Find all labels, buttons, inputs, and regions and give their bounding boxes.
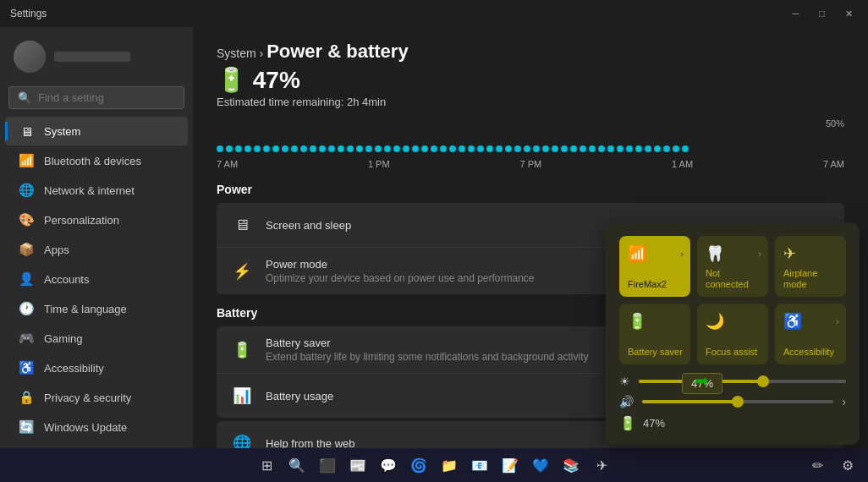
accounts-nav-icon: 👤	[19, 271, 34, 287]
sidebar-item-time[interactable]: 🕐 Time & language	[5, 294, 188, 323]
pen-icon[interactable]: ✏	[804, 452, 831, 479]
volume-arrow-icon[interactable]: ›	[842, 395, 846, 408]
accessibility-icon: ♿	[783, 312, 802, 331]
qs-tile-wifi[interactable]: 📶 › FireMax2	[619, 236, 690, 297]
volume-thumb[interactable]	[732, 396, 744, 408]
skype-button[interactable]: 💙	[527, 452, 554, 479]
widgets-button[interactable]: 📰	[344, 452, 371, 479]
chart-dot	[514, 145, 521, 152]
mail-button[interactable]: 📧	[466, 452, 493, 479]
sidebar-item-bluetooth[interactable]: 📶 Bluetooth & devices	[5, 146, 188, 175]
chart-dot	[272, 145, 279, 152]
sidebar-item-privacy[interactable]: 🔒 Privacy & security	[5, 383, 188, 412]
chart-dot	[393, 145, 400, 152]
battery-percentage-display: 🔋 47%	[217, 66, 844, 94]
search-input[interactable]	[38, 91, 180, 104]
brightness-slider[interactable]	[639, 380, 846, 383]
chart-dot	[217, 145, 223, 152]
qs-tile-accessibility[interactable]: ♿ › Accessibility	[775, 304, 846, 364]
brightness-icon: ☀	[619, 375, 630, 388]
chart-dot	[580, 145, 586, 152]
settings-taskbar-icon[interactable]: ⚙	[834, 452, 861, 479]
sidebar-item-personalization[interactable]: 🎨 Personalization	[5, 205, 188, 234]
volume-slider[interactable]	[642, 400, 833, 403]
battery-icon-large: 🔋	[217, 67, 246, 93]
chart-dot	[235, 145, 242, 152]
quick-settings-popup: 📶 › FireMax2 🦷 › Not connected ✈ Airplan…	[606, 222, 860, 445]
qs-tile-battery-saver-label: Battery saver	[628, 347, 684, 358]
nav-list: 🖥 System 📶 Bluetooth & devices 🌐 Network…	[0, 116, 193, 442]
sidebar-item-label-time: Time & language	[44, 303, 127, 315]
qs-battery-percent: 47%	[643, 417, 665, 430]
chart-dot	[449, 145, 456, 152]
qs-tile-battery-saver[interactable]: 🔋 Battery saver	[619, 304, 690, 364]
sidebar-item-label-personalization: Personalization	[44, 214, 119, 227]
qs-battery-icon: 🔋	[619, 415, 636, 431]
chart-dot	[626, 145, 633, 152]
green-arrow-indicator: ➡	[695, 370, 709, 391]
teams-button[interactable]: 💬	[375, 452, 402, 479]
search-taskbar-button[interactable]: 🔍	[283, 452, 310, 479]
qs-tile-airplane[interactable]: ✈ Airplane mode	[775, 236, 846, 297]
chart-dot	[384, 145, 391, 152]
start-button[interactable]: ⊞	[253, 452, 280, 479]
sidebar-item-apps[interactable]: 📦 Apps	[5, 235, 188, 264]
chart-dot	[589, 145, 596, 152]
bluetooth-icon: 🦷	[706, 244, 724, 263]
system-nav-icon: 🖥	[19, 123, 34, 139]
chart-dot	[291, 145, 298, 152]
window-controls: ─ □ ✕	[788, 7, 858, 21]
search-box[interactable]: 🔍	[8, 86, 184, 109]
chart-dots-row	[217, 145, 844, 152]
app-icon-r[interactable]: ✈	[588, 452, 615, 479]
accessibility-nav-icon: ♿	[19, 360, 34, 375]
battery-percent-value: 47%	[253, 67, 300, 93]
sidebar-item-accounts[interactable]: 👤 Accounts	[5, 265, 188, 293]
chart-dot	[607, 145, 614, 152]
volume-icon: 🔊	[619, 395, 634, 408]
time-nav-icon: 🕐	[19, 301, 34, 316]
brightness-thumb[interactable]	[757, 375, 769, 387]
battery-chart: 50%	[217, 118, 844, 169]
sidebar-item-network[interactable]: 🌐 Network & internet	[5, 176, 188, 205]
chart-label-1am: 1 AM	[672, 159, 693, 169]
chart-dot	[338, 145, 344, 152]
chart-dot	[663, 145, 670, 152]
chart-dot	[598, 145, 605, 152]
sidebar-item-gaming[interactable]: 🎮 Gaming	[5, 324, 188, 353]
close-button[interactable]: ✕	[840, 7, 858, 21]
minimize-button[interactable]: ─	[788, 7, 805, 21]
chart-dot	[440, 145, 447, 152]
privacy-nav-icon: 🔒	[19, 390, 34, 405]
chart-dot	[375, 145, 382, 152]
sidebar-item-label-system: System	[44, 125, 80, 138]
edge-button[interactable]: 🌀	[405, 452, 432, 479]
chart-dot	[226, 145, 233, 152]
focus-icon: 🌙	[706, 312, 724, 331]
taskbar-right-area: ✏ ⚙	[804, 452, 861, 479]
sidebar-item-system[interactable]: 🖥 System	[5, 117, 188, 145]
chart-dot	[645, 145, 651, 152]
chart-dot	[617, 145, 624, 152]
sidebar-item-accessibility[interactable]: ♿ Accessibility	[5, 353, 188, 382]
sidebar-item-label-accessibility: Accessibility	[44, 362, 104, 375]
qs-tile-bluetooth-label: Not connected	[706, 268, 761, 290]
chart-labels: 7 AM 1 PM 7 PM 1 AM 7 AM	[217, 159, 844, 169]
sidebar-item-update[interactable]: 🔄 Windows Update	[5, 413, 188, 441]
explorer-button[interactable]: 📁	[436, 452, 463, 479]
chart-dot	[468, 145, 475, 152]
airplane-icon: ✈	[783, 244, 796, 263]
qs-tile-bluetooth[interactable]: 🦷 › Not connected	[697, 236, 768, 297]
chart-dot	[244, 145, 251, 152]
chart-dot	[552, 145, 558, 152]
sidebar-item-label-gaming: Gaming	[44, 332, 83, 345]
word-button[interactable]: 📝	[497, 452, 524, 479]
sidebar: 🔍 🖥 System 📶 Bluetooth & devices 🌐 Netwo…	[0, 27, 193, 482]
qs-tile-focus[interactable]: 🌙 Focus assist	[697, 304, 768, 364]
taskbar: ⊞ 🔍 ⬛ 📰 💬 🌀 📁 📧 📝 💙 📚 ✈ ✏ ⚙	[0, 448, 868, 482]
chart-dot	[319, 145, 326, 152]
app-icon-l[interactable]: 📚	[558, 452, 585, 479]
maximize-button[interactable]: □	[814, 7, 830, 21]
sidebar-profile	[0, 34, 193, 83]
task-view-button[interactable]: ⬛	[314, 452, 341, 479]
